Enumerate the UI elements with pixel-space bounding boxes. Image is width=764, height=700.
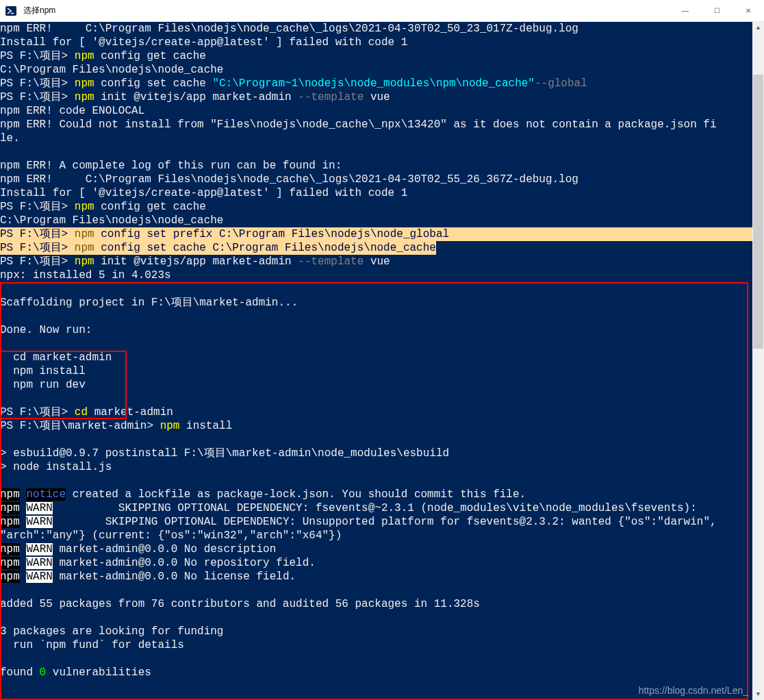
cmd-npm: npm (75, 228, 101, 240)
watermark: https://blog.csdn.net/Len_ (639, 684, 748, 697)
cmd-args: vue (364, 255, 390, 268)
prompt: PS F:\项目> (0, 77, 75, 90)
cmd-flag: --template (298, 91, 364, 103)
cmd-args: init @vitejs/app market-admin (101, 91, 298, 103)
scaffold-msg: Scaffolding project in F:\项目\market-admi… (0, 297, 298, 309)
npm-tag: npm (0, 543, 20, 555)
warn-tag: WARN (26, 543, 52, 555)
app-icon (0, 5, 22, 16)
done-nowrun: Done. Now run: (0, 324, 92, 336)
vuln-label: vulnerabilities (46, 666, 151, 679)
scrollbar-up-button[interactable]: ▲ (752, 22, 764, 34)
highlighted-cmd-1: PS F:\项目> npm config set prefix C:\Progr… (0, 227, 764, 241)
prompt: PS F:\项目> (0, 406, 75, 418)
cmd-cd: cd (75, 406, 94, 418)
err-line: npm ERR! (0, 173, 53, 186)
warn-tag: WARN (26, 571, 52, 583)
terminal[interactable]: npm ERR! C:\Program Files\nodejs\node_ca… (0, 22, 752, 700)
funding-details: run `npm fund` for details (0, 639, 184, 651)
warn-tag: WARN (26, 516, 52, 528)
err-line: npm ERR! (0, 23, 53, 35)
cmd-flag: --global (535, 77, 587, 90)
warn-tag: WARN (26, 557, 52, 569)
window-sys-buttons: — ☐ ✕ (670, 0, 764, 21)
warn-text: SKIPPING OPTIONAL DEPENDENCY: Unsupporte… (0, 516, 717, 542)
err-log-path: C:\Program Files\nodejs\node_cache\_logs… (53, 23, 578, 35)
maximize-button[interactable]: ☐ (701, 0, 733, 21)
instr-rundev: npm run dev (0, 379, 86, 391)
vuln-count: 0 (40, 666, 47, 679)
cmd-args: config set cache C:\Program Files\nodejs… (101, 242, 436, 254)
prompt: PS F:\项目> (0, 91, 75, 103)
warn-tag: WARN (26, 502, 52, 514)
err-code: npm ERR! code ENOLOCAL (0, 105, 144, 117)
powershell-icon (5, 5, 16, 16)
cmd-args: config set cache (101, 77, 212, 90)
scrollbar-track[interactable] (752, 34, 764, 688)
npm-tag: npm (0, 516, 20, 528)
cmd-npm: npm (75, 255, 101, 268)
cmd-args: vue (364, 91, 390, 103)
prompt: PS F:\项目> (0, 242, 75, 254)
warn-text: market-admin@0.0.0 No description (53, 543, 276, 555)
cmd-args: init @vitejs/app market-admin (101, 255, 298, 268)
cmd-npm: npm (160, 420, 186, 432)
cmd-npm: npm (75, 77, 101, 90)
vertical-scrollbar[interactable]: ▲ ▼ (752, 22, 764, 700)
titlebar[interactable]: 选择npm — ☐ ✕ (0, 0, 764, 22)
funding-msg: 3 packages are looking for funding (0, 625, 223, 638)
err-msg: npm ERR! Could not install from "Files\n… (0, 118, 717, 145)
postinstall-node: > node install.js (0, 461, 112, 473)
cmd-string: "C:\Program~1\nodejs\node_modules\npm\no… (212, 77, 534, 90)
cache-path: C:\Program Files\nodejs\node_cache (0, 214, 223, 227)
cache-path: C:\Program Files\nodejs\node_cache (0, 64, 223, 76)
err-logloc: npm ERR! A complete log of this run can … (0, 160, 342, 172)
warn-text: market-admin@0.0.0 No repository field. (53, 557, 316, 569)
prompt: PS F:\项目> (0, 255, 75, 268)
cmd-args: install (186, 420, 232, 432)
npm-tag: npm (0, 571, 20, 583)
cmd-args: config get cache (101, 201, 206, 213)
instr-install: npm install (0, 365, 86, 377)
cmd-args: config get cache (101, 50, 206, 62)
prompt: PS F:\项目> (0, 50, 75, 62)
pad (449, 228, 764, 240)
warn-text: SKIPPING OPTIONAL DEPENDENCY: fsevents@~… (53, 502, 697, 514)
cmd-flag: --template (298, 255, 364, 268)
added-packages: added 55 packages from 76 contributors a… (0, 598, 480, 610)
highlighted-cmd-2: PS F:\项目> npm config set cache C:\Progra… (0, 241, 436, 255)
npm-tag: npm (0, 557, 20, 569)
install-failed: Install for [ '@vitejs/create-app@latest… (0, 36, 407, 49)
powershell-window: 选择npm — ☐ ✕ npm ERR! C:\Program Files\no… (0, 0, 764, 700)
terminal-content[interactable]: npm ERR! C:\Program Files\nodejs\node_ca… (0, 22, 752, 700)
window-title: 选择npm (22, 5, 670, 16)
npm-tag: npm (0, 502, 20, 514)
prompt: PS F:\项目\market-admin> (0, 420, 160, 432)
scrollbar-thumb[interactable] (753, 75, 763, 349)
minimize-button[interactable]: — (670, 0, 701, 21)
cmd-npm: npm (75, 242, 101, 254)
cmd-npm: npm (75, 201, 101, 213)
cmd-npm: npm (75, 91, 101, 103)
cmd-npm: npm (75, 50, 101, 62)
close-button[interactable]: ✕ (733, 0, 764, 21)
warn-text: market-admin@0.0.0 No license field. (53, 571, 296, 583)
err-log-path: C:\Program Files\nodejs\node_cache\_logs… (53, 173, 578, 186)
npm-tag: npm (0, 488, 20, 501)
cmd-args: market-admin (94, 406, 173, 418)
notice-tag: notice (26, 488, 66, 501)
instr-cd: cd market-admin (0, 351, 112, 364)
postinstall-line: > esbuild@0.9.7 postinstall F:\项目\market… (0, 447, 449, 460)
client-area: npm ERR! C:\Program Files\nodejs\node_ca… (0, 22, 764, 700)
cmd-args: config set prefix C:\Program Files\nodej… (101, 228, 449, 240)
prompt: PS F:\项目> (0, 201, 75, 213)
install-failed: Install for [ '@vitejs/create-app@latest… (0, 187, 407, 199)
vuln-found: found (0, 666, 40, 679)
prompt: PS F:\项目> (0, 228, 75, 240)
npx-output: npx: installed 5 in 4.023s (0, 269, 171, 282)
notice-text: created a lockfile as package-lock.json.… (66, 488, 526, 501)
scrollbar-down-button[interactable]: ▼ (752, 688, 764, 700)
